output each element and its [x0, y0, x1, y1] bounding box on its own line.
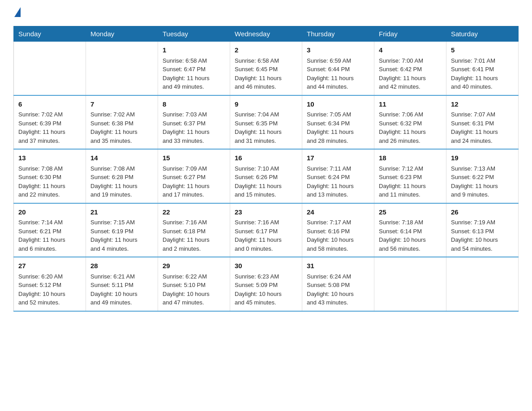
calendar-cell: 12Sunrise: 7:07 AM Sunset: 6:31 PM Dayli…	[446, 95, 519, 150]
day-number: 26	[451, 207, 514, 218]
day-number: 20	[18, 207, 81, 218]
day-number: 14	[90, 153, 153, 163]
day-info: Sunrise: 7:00 AM Sunset: 6:42 PM Dayligh…	[379, 56, 442, 91]
day-number: 24	[307, 207, 369, 218]
day-info: Sunrise: 6:58 AM Sunset: 6:45 PM Dayligh…	[235, 56, 297, 91]
calendar-cell: 28Sunrise: 6:21 AM Sunset: 5:11 PM Dayli…	[86, 257, 158, 311]
calendar-cell: 21Sunrise: 7:15 AM Sunset: 6:19 PM Dayli…	[86, 203, 158, 257]
day-number: 11	[379, 99, 442, 110]
day-info: Sunrise: 7:02 AM Sunset: 6:38 PM Dayligh…	[90, 110, 153, 145]
day-info: Sunrise: 7:16 AM Sunset: 6:17 PM Dayligh…	[235, 218, 297, 253]
day-info: Sunrise: 7:10 AM Sunset: 6:26 PM Dayligh…	[235, 164, 297, 199]
day-info: Sunrise: 7:08 AM Sunset: 6:30 PM Dayligh…	[18, 164, 81, 199]
day-info: Sunrise: 7:01 AM Sunset: 6:41 PM Dayligh…	[451, 56, 514, 91]
calendar-cell: 16Sunrise: 7:10 AM Sunset: 6:26 PM Dayli…	[230, 149, 302, 203]
day-number: 28	[90, 261, 153, 271]
calendar-cell: 30Sunrise: 6:23 AM Sunset: 5:09 PM Dayli…	[230, 257, 302, 311]
day-info: Sunrise: 7:07 AM Sunset: 6:31 PM Dayligh…	[451, 110, 514, 145]
calendar-cell: 15Sunrise: 7:09 AM Sunset: 6:27 PM Dayli…	[158, 149, 230, 203]
day-info: Sunrise: 7:11 AM Sunset: 6:24 PM Dayligh…	[307, 164, 369, 199]
day-number: 10	[307, 99, 369, 110]
day-info: Sunrise: 7:09 AM Sunset: 6:27 PM Dayligh…	[163, 164, 225, 199]
calendar-cell: 25Sunrise: 7:18 AM Sunset: 6:14 PM Dayli…	[374, 203, 446, 257]
day-number: 22	[163, 207, 225, 218]
calendar-cell: 20Sunrise: 7:14 AM Sunset: 6:21 PM Dayli…	[14, 203, 86, 257]
calendar-cell: 17Sunrise: 7:11 AM Sunset: 6:24 PM Dayli…	[302, 149, 374, 203]
calendar-cell: 19Sunrise: 7:13 AM Sunset: 6:22 PM Dayli…	[446, 149, 519, 203]
calendar-cell	[374, 257, 446, 311]
day-number: 5	[451, 45, 514, 56]
day-info: Sunrise: 7:14 AM Sunset: 6:21 PM Dayligh…	[18, 218, 81, 253]
calendar-cell: 24Sunrise: 7:17 AM Sunset: 6:16 PM Dayli…	[302, 203, 374, 257]
day-info: Sunrise: 7:15 AM Sunset: 6:19 PM Dayligh…	[90, 218, 153, 253]
page-header	[13, 9, 519, 17]
day-info: Sunrise: 7:08 AM Sunset: 6:28 PM Dayligh…	[90, 164, 153, 199]
column-header-saturday: Saturday	[446, 26, 519, 42]
calendar-cell: 5Sunrise: 7:01 AM Sunset: 6:41 PM Daylig…	[446, 42, 519, 95]
column-header-monday: Monday	[86, 26, 158, 42]
logo	[13, 9, 21, 17]
column-header-friday: Friday	[374, 26, 446, 42]
calendar-cell	[446, 257, 519, 311]
day-number: 4	[379, 45, 442, 56]
calendar-header-row: SundayMondayTuesdayWednesdayThursdayFrid…	[14, 26, 519, 42]
calendar-cell: 11Sunrise: 7:06 AM Sunset: 6:32 PM Dayli…	[374, 95, 446, 150]
day-number: 12	[451, 99, 514, 110]
calendar-week-row: 27Sunrise: 6:20 AM Sunset: 5:12 PM Dayli…	[14, 257, 519, 311]
day-number: 16	[235, 153, 297, 163]
calendar-cell: 3Sunrise: 6:59 AM Sunset: 6:44 PM Daylig…	[302, 42, 374, 95]
day-info: Sunrise: 7:05 AM Sunset: 6:34 PM Dayligh…	[307, 110, 369, 145]
day-info: Sunrise: 6:23 AM Sunset: 5:09 PM Dayligh…	[235, 272, 297, 307]
day-info: Sunrise: 7:13 AM Sunset: 6:22 PM Dayligh…	[451, 164, 514, 199]
calendar-cell: 4Sunrise: 7:00 AM Sunset: 6:42 PM Daylig…	[374, 42, 446, 95]
day-info: Sunrise: 7:17 AM Sunset: 6:16 PM Dayligh…	[307, 218, 369, 253]
calendar-cell: 29Sunrise: 6:22 AM Sunset: 5:10 PM Dayli…	[158, 257, 230, 311]
day-info: Sunrise: 7:02 AM Sunset: 6:39 PM Dayligh…	[18, 110, 81, 145]
day-info: Sunrise: 7:12 AM Sunset: 6:23 PM Dayligh…	[379, 164, 442, 199]
day-number: 17	[307, 153, 369, 163]
day-number: 13	[18, 153, 81, 163]
day-number: 29	[163, 261, 225, 271]
calendar-cell: 26Sunrise: 7:19 AM Sunset: 6:13 PM Dayli…	[446, 203, 519, 257]
day-info: Sunrise: 7:19 AM Sunset: 6:13 PM Dayligh…	[451, 218, 514, 253]
day-info: Sunrise: 6:20 AM Sunset: 5:12 PM Dayligh…	[18, 272, 81, 307]
day-number: 9	[235, 99, 297, 110]
calendar-cell: 8Sunrise: 7:03 AM Sunset: 6:37 PM Daylig…	[158, 95, 230, 150]
calendar-cell: 22Sunrise: 7:16 AM Sunset: 6:18 PM Dayli…	[158, 203, 230, 257]
day-number: 7	[90, 99, 153, 110]
day-info: Sunrise: 6:22 AM Sunset: 5:10 PM Dayligh…	[163, 272, 225, 307]
day-number: 23	[235, 207, 297, 218]
calendar-week-row: 13Sunrise: 7:08 AM Sunset: 6:30 PM Dayli…	[14, 149, 519, 203]
day-number: 30	[235, 261, 297, 271]
calendar-cell: 10Sunrise: 7:05 AM Sunset: 6:34 PM Dayli…	[302, 95, 374, 150]
calendar-cell: 27Sunrise: 6:20 AM Sunset: 5:12 PM Dayli…	[14, 257, 86, 311]
day-info: Sunrise: 7:03 AM Sunset: 6:37 PM Dayligh…	[163, 110, 225, 145]
day-number: 15	[163, 153, 225, 163]
logo-triangle-icon	[14, 7, 21, 17]
column-header-thursday: Thursday	[302, 26, 374, 42]
calendar-cell: 23Sunrise: 7:16 AM Sunset: 6:17 PM Dayli…	[230, 203, 302, 257]
calendar-week-row: 20Sunrise: 7:14 AM Sunset: 6:21 PM Dayli…	[14, 203, 519, 257]
calendar-cell: 9Sunrise: 7:04 AM Sunset: 6:35 PM Daylig…	[230, 95, 302, 150]
day-number: 21	[90, 207, 153, 218]
calendar-table: SundayMondayTuesdayWednesdayThursdayFrid…	[13, 26, 519, 312]
day-number: 3	[307, 45, 369, 56]
day-info: Sunrise: 6:59 AM Sunset: 6:44 PM Dayligh…	[307, 56, 369, 91]
calendar-cell: 14Sunrise: 7:08 AM Sunset: 6:28 PM Dayli…	[86, 149, 158, 203]
day-number: 19	[451, 153, 514, 163]
calendar-cell: 18Sunrise: 7:12 AM Sunset: 6:23 PM Dayli…	[374, 149, 446, 203]
day-info: Sunrise: 6:24 AM Sunset: 5:08 PM Dayligh…	[307, 272, 369, 307]
day-info: Sunrise: 6:21 AM Sunset: 5:11 PM Dayligh…	[90, 272, 153, 307]
calendar-week-row: 1Sunrise: 6:58 AM Sunset: 6:47 PM Daylig…	[14, 42, 519, 95]
day-info: Sunrise: 7:16 AM Sunset: 6:18 PM Dayligh…	[163, 218, 225, 253]
calendar-cell	[14, 42, 86, 95]
calendar-cell: 2Sunrise: 6:58 AM Sunset: 6:45 PM Daylig…	[230, 42, 302, 95]
calendar-cell: 6Sunrise: 7:02 AM Sunset: 6:39 PM Daylig…	[14, 95, 86, 150]
calendar-cell: 13Sunrise: 7:08 AM Sunset: 6:30 PM Dayli…	[14, 149, 86, 203]
calendar-cell	[86, 42, 158, 95]
day-number: 27	[18, 261, 81, 271]
column-header-tuesday: Tuesday	[158, 26, 230, 42]
calendar-cell: 7Sunrise: 7:02 AM Sunset: 6:38 PM Daylig…	[86, 95, 158, 150]
calendar-cell: 31Sunrise: 6:24 AM Sunset: 5:08 PM Dayli…	[302, 257, 374, 311]
day-number: 25	[379, 207, 442, 218]
